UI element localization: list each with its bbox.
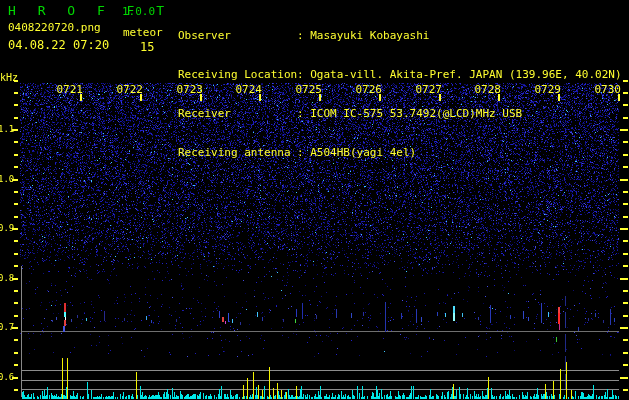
colon: : (297, 29, 304, 42)
info-label: Receiver (178, 107, 297, 120)
time-tick-label: 0722 (113, 83, 143, 96)
info-row-observer: Observer: Masayuki Kobayashi (178, 29, 622, 42)
colon: : (297, 146, 304, 159)
info-value: Masayuki Kobayashi (310, 29, 429, 42)
time-tick-label: 0721 (53, 83, 83, 96)
freq-tick-label: 0.7 (0, 322, 12, 332)
freq-tick-label: 0.9 (0, 223, 12, 233)
hrofft-output: H R O F F T 1.0.0 0408220720.png meteor … (0, 0, 629, 400)
app-version: 1.0.0 (122, 5, 155, 18)
colon: : (297, 107, 304, 120)
time-tick-label: 0726 (352, 83, 382, 96)
info-value: A504HB(yagi 4el) (310, 146, 416, 159)
info-row-antenna: Receiving antenna: A504HB(yagi 4el) (178, 146, 622, 159)
time-tick-label: 0727 (412, 83, 442, 96)
freq-tick-label: 1.0 (0, 174, 12, 184)
time-tick-label: 0724 (232, 83, 262, 96)
info-row-receiver: Receiver: ICOM IC-575 53.7492(@LCD)MHz U… (178, 107, 622, 120)
time-tick-label: 0725 (292, 83, 322, 96)
freq-tick-label: 0.6 (0, 372, 12, 382)
freq-tick-label: 1.1 (0, 124, 12, 134)
meteor-count: 15 (140, 40, 154, 54)
colon: : (297, 68, 304, 81)
time-tick-label: 0729 (531, 83, 561, 96)
info-label: Receiving Location (178, 68, 297, 81)
mode-label: meteor (123, 26, 163, 39)
info-label: Observer (178, 29, 297, 42)
output-filename: 0408220720.png (8, 21, 101, 34)
info-value: ICOM IC-575 53.7492(@LCD)MHz USB (310, 107, 522, 120)
freq-axis-unit: kHz (0, 72, 18, 83)
info-label: Receiving antenna (178, 146, 297, 159)
info-row-location: Receiving Location: Ogata-vill. Akita-Pr… (178, 68, 622, 81)
time-tick-label: 0728 (471, 83, 501, 96)
time-tick-label: 0723 (173, 83, 203, 96)
date-time: 04.08.22 07:20 (8, 38, 109, 52)
info-value: Ogata-vill. Akita-Pref. JAPAN (139.96E, … (310, 68, 621, 81)
time-tick-label: 0730 (591, 83, 621, 96)
freq-tick-label: 0.8 (0, 273, 12, 283)
